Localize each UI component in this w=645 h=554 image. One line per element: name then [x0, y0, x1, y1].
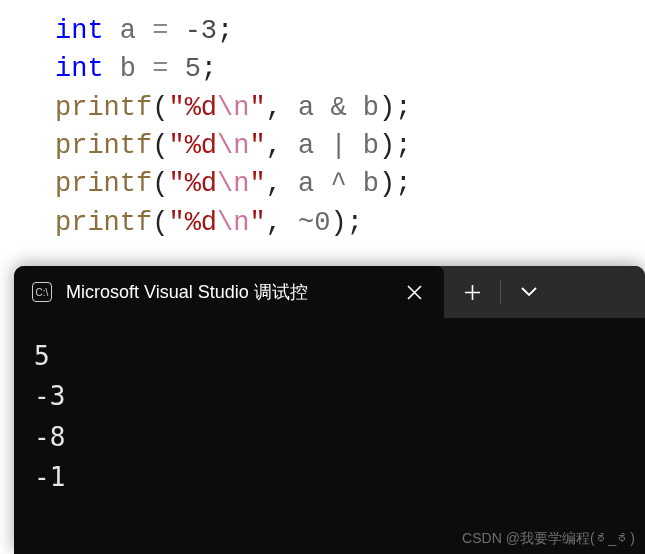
semicolon: ; [395, 131, 411, 161]
paren: ( [152, 169, 168, 199]
paren: ) [379, 131, 395, 161]
string-quote: " [168, 93, 184, 123]
semicolon: ; [395, 169, 411, 199]
expression: a & b [298, 93, 379, 123]
terminal-tab[interactable]: C:\ Microsoft Visual Studio 调试控 [14, 266, 444, 318]
format-spec: %d [185, 169, 217, 199]
code-line: printf("%d\n", a ^ b); [55, 165, 645, 203]
paren: ( [152, 131, 168, 161]
output-line: -1 [34, 457, 625, 497]
keyword: int [55, 16, 104, 46]
code-line: printf("%d\n", a & b); [55, 89, 645, 127]
comma: , [266, 93, 282, 123]
cmd-icon: C:\ [32, 282, 52, 302]
watermark: CSDN @我要学编程(ಥ_ಥ) [462, 530, 635, 548]
expression: ~0 [298, 208, 330, 238]
paren: ( [152, 93, 168, 123]
identifier: b [120, 54, 136, 84]
escape-seq: \n [217, 169, 249, 199]
paren: ) [330, 208, 346, 238]
output-line: -3 [34, 376, 625, 416]
terminal-window: C:\ Microsoft Visual Studio 调试控 5 -3 -8 … [14, 266, 645, 554]
paren: ( [152, 208, 168, 238]
function-name: printf [55, 93, 152, 123]
semicolon: ; [347, 208, 363, 238]
string-quote: " [168, 131, 184, 161]
terminal-output[interactable]: 5 -3 -8 -1 [14, 318, 645, 515]
semicolon: ; [395, 93, 411, 123]
code-line: printf("%d\n", ~0); [55, 204, 645, 242]
string-quote: " [249, 93, 265, 123]
escape-seq: \n [217, 131, 249, 161]
operator: = [152, 54, 168, 84]
format-spec: %d [185, 131, 217, 161]
string-quote: " [168, 208, 184, 238]
string-quote: " [249, 208, 265, 238]
keyword: int [55, 54, 104, 84]
chevron-down-icon [521, 287, 537, 297]
semicolon: ; [217, 16, 233, 46]
number: -3 [185, 16, 217, 46]
string-quote: " [249, 131, 265, 161]
comma: , [266, 169, 282, 199]
format-spec: %d [185, 93, 217, 123]
new-tab-button[interactable] [444, 266, 500, 318]
expression: a ^ b [298, 169, 379, 199]
paren: ) [379, 169, 395, 199]
close-icon [407, 285, 422, 300]
close-tab-button[interactable] [398, 276, 430, 308]
number: 5 [185, 54, 201, 84]
paren: ) [379, 93, 395, 123]
function-name: printf [55, 208, 152, 238]
comma: , [266, 131, 282, 161]
code-editor: int a = -3; int b = 5; printf("%d\n", a … [0, 0, 645, 242]
escape-seq: \n [217, 93, 249, 123]
identifier: a [120, 16, 136, 46]
output-line: 5 [34, 336, 625, 376]
function-name: printf [55, 131, 152, 161]
function-name: printf [55, 169, 152, 199]
plus-icon [464, 284, 481, 301]
tab-actions [444, 266, 557, 318]
terminal-tab-title: Microsoft Visual Studio 调试控 [66, 280, 384, 304]
code-line: printf("%d\n", a | b); [55, 127, 645, 165]
code-line: int b = 5; [55, 50, 645, 88]
tab-dropdown-button[interactable] [501, 266, 557, 318]
expression: a | b [298, 131, 379, 161]
string-quote: " [168, 169, 184, 199]
operator: = [152, 16, 168, 46]
code-line: int a = -3; [55, 12, 645, 50]
string-quote: " [249, 169, 265, 199]
format-spec: %d [185, 208, 217, 238]
comma: , [266, 208, 282, 238]
output-line: -8 [34, 417, 625, 457]
terminal-titlebar[interactable]: C:\ Microsoft Visual Studio 调试控 [14, 266, 645, 318]
semicolon: ; [201, 54, 217, 84]
escape-seq: \n [217, 208, 249, 238]
